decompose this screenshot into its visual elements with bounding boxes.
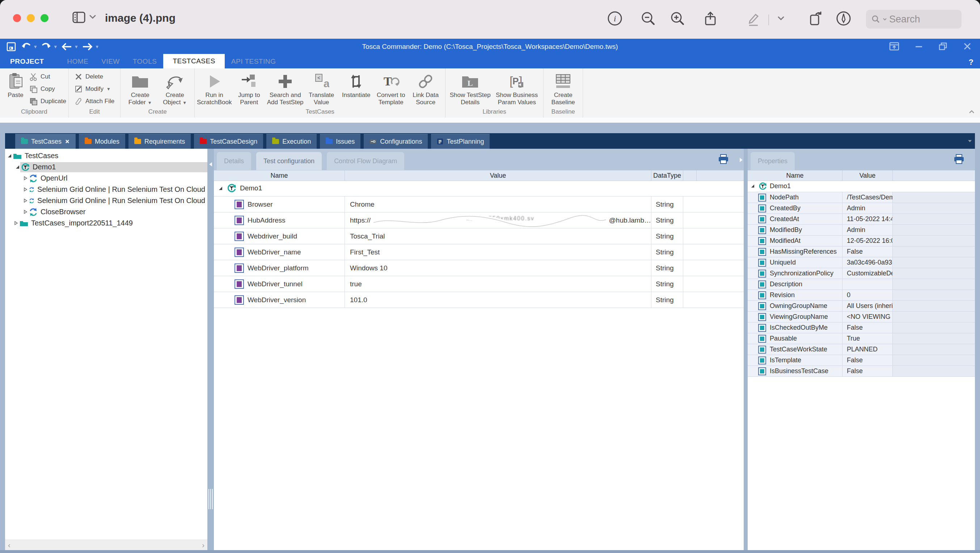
tab-overflow-icon[interactable]	[967, 139, 973, 143]
paste-button[interactable]: Paste	[2, 68, 29, 99]
workspace-tab-issues[interactable]: Issues	[320, 134, 360, 149]
tree-item[interactable]: CloseBrowser	[5, 206, 207, 218]
column-header-value[interactable]: Value	[345, 170, 651, 181]
minimize-window-button[interactable]	[27, 14, 35, 22]
tab-control-flow-diagram[interactable]: Control Flow Diagram	[327, 152, 404, 170]
tree-item[interactable]: TestCases_import220511_1449	[5, 218, 207, 229]
expander-collapsed-icon[interactable]	[22, 198, 28, 203]
property-row[interactable]: OwningGroupNameAll Users (inheri…	[748, 301, 975, 311]
scroll-right-icon[interactable]: ›	[202, 541, 204, 549]
tree-item[interactable]: OpenUrl	[5, 173, 207, 184]
right-splitter[interactable]	[744, 149, 748, 550]
show-teststep-details-button[interactable]: L Show TestStepDetails	[448, 68, 493, 106]
restore-icon[interactable]	[938, 41, 948, 52]
close-tab-icon[interactable]	[65, 139, 70, 144]
expander-expanded-icon[interactable]	[14, 165, 20, 169]
print-icon[interactable]	[718, 154, 729, 166]
column-header-name[interactable]: Name	[748, 170, 843, 181]
tree-item[interactable]: Selenium Grid Online | Run Selenium Test…	[5, 195, 207, 206]
expander-expanded-icon[interactable]	[6, 153, 12, 158]
property-row[interactable]: Revision0	[748, 290, 975, 301]
property-row[interactable]: IsBusinessTestCaseFalse	[748, 366, 975, 377]
tab-home[interactable]: HOME	[60, 55, 95, 68]
cut-button[interactable]: Cut	[29, 72, 66, 81]
tab-view[interactable]: VIEW	[95, 55, 126, 68]
param-row[interactable]: HubAddress https:// xswqtc550xmk400.sv @…	[214, 213, 744, 228]
expander-collapsed-icon[interactable]	[22, 187, 28, 192]
left-splitter[interactable]	[207, 149, 214, 550]
property-row[interactable]: ViewingGroupName<NO VIEWING G…	[748, 311, 975, 323]
workspace-tab-testcases[interactable]: TestCases	[15, 134, 76, 149]
convert-to-template-button[interactable]: T Convert toTemplate	[374, 68, 408, 106]
chevron-down-icon[interactable]	[89, 14, 96, 21]
column-header-datatype[interactable]: DataType	[651, 170, 683, 181]
tree-item-selected[interactable]: Demo1	[5, 161, 207, 173]
workspace-tab-testplanning[interactable]: TestPlanning	[431, 134, 490, 149]
workspace-tab-requirements[interactable]: Requirements	[129, 134, 191, 149]
copy-button[interactable]: Copy	[29, 84, 66, 94]
minimize-icon[interactable]	[914, 41, 924, 52]
create-folder-button[interactable]: Create Folder ▼	[123, 68, 158, 106]
show-business-param-values-button[interactable]: [P] Show BusinessParam Values	[493, 68, 541, 106]
attach-file-button[interactable]: Attach File	[75, 97, 115, 106]
root-row[interactable]: Demo1	[214, 180, 744, 197]
property-row[interactable]: IsTemplateFalse	[748, 355, 975, 366]
property-row[interactable]: HasMissingReferencesFalse	[748, 246, 975, 257]
param-row[interactable]: WebDriver_tunnel true String	[214, 276, 744, 292]
tab-tools[interactable]: TOOLS	[126, 55, 164, 68]
tab-test-configuration[interactable]: Test configuration	[256, 152, 322, 170]
collapse-left-icon[interactable]	[209, 162, 212, 168]
expander-collapsed-icon[interactable]	[22, 210, 28, 214]
close-window-button[interactable]	[13, 14, 21, 22]
expander-collapsed-icon[interactable]	[13, 221, 19, 226]
jump-to-parent-button[interactable]: Jump toParent	[232, 68, 266, 106]
property-row[interactable]: CreatedAt11-05-2022 14:48…	[748, 214, 975, 225]
rotate-icon[interactable]	[806, 10, 823, 28]
column-header-name[interactable]: Name	[214, 170, 345, 181]
print-icon[interactable]	[953, 154, 965, 166]
param-row[interactable]: WebDriver_platform Windows 10 String	[214, 260, 744, 276]
markup-pencil-icon[interactable]	[745, 11, 761, 28]
translate-value-button[interactable]: <a TranslateValue	[304, 68, 339, 106]
property-row[interactable]: ModifiedByAdmin	[748, 225, 975, 235]
tab-details[interactable]: Details	[217, 152, 251, 170]
search-field[interactable]: Search	[866, 10, 961, 29]
param-row[interactable]: WebDriver_name First_Test String	[214, 244, 744, 260]
share-icon[interactable]	[702, 10, 719, 28]
instantiate-button[interactable]: Instantiate	[339, 68, 374, 99]
root-row[interactable]: Demo1	[748, 180, 975, 192]
expander-collapsed-icon[interactable]	[22, 176, 28, 181]
search-add-teststep-button[interactable]: Search andAdd TestStep	[266, 68, 304, 106]
param-row[interactable]: Webdriver_build Tosca_Trial String	[214, 228, 744, 244]
param-row[interactable]: Browser Chrome String	[214, 197, 744, 213]
modify-dropdown-icon[interactable]: ▼	[107, 86, 111, 92]
tab-properties[interactable]: Properties	[751, 152, 795, 170]
property-row[interactable]: IsCheckedOutByMeFalse	[748, 323, 975, 333]
close-icon[interactable]	[963, 41, 972, 52]
collapse-right-icon[interactable]	[739, 157, 743, 162]
property-row[interactable]: Description	[748, 279, 975, 290]
property-row[interactable]: UniqueId3a03c496-0a93-9…	[748, 257, 975, 268]
expander-expanded-icon[interactable]	[750, 184, 756, 188]
workspace-tab-execution[interactable]: Execution	[266, 134, 317, 149]
param-row[interactable]: WebDriver_version 101.0 String	[214, 292, 744, 308]
zoom-window-button[interactable]	[41, 14, 48, 22]
duplicate-button[interactable]: Duplicate	[29, 97, 66, 106]
tree-item[interactable]: Selenium Grid Online | Run Selenium Test…	[5, 184, 207, 195]
modify-button[interactable]: Modify▼	[75, 84, 115, 94]
collapse-ribbon-icon[interactable]	[969, 110, 975, 114]
horizontal-scrollbar[interactable]: ‹ ›	[5, 540, 207, 550]
help-button[interactable]: ?	[969, 57, 974, 67]
link-data-source-button[interactable]: Link DataSource	[408, 68, 443, 106]
markup-toolbar-icon[interactable]	[835, 10, 852, 28]
property-row[interactable]: ModifiedAt12-05-2022 16:02…	[748, 235, 975, 246]
tree-item[interactable]: TestCases	[5, 150, 207, 161]
zoom-in-icon[interactable]	[669, 10, 686, 28]
expander-expanded-icon[interactable]	[218, 186, 223, 191]
tab-project[interactable]: PROJECT	[4, 55, 50, 68]
tab-testcases[interactable]: TESTCASES	[163, 54, 224, 68]
splitter-grip[interactable]	[208, 489, 213, 509]
create-object-button[interactable]: Create Object ▼	[158, 68, 192, 106]
property-row[interactable]: PausableTrue	[748, 333, 975, 344]
ribbon-display-options-icon[interactable]	[889, 41, 900, 52]
